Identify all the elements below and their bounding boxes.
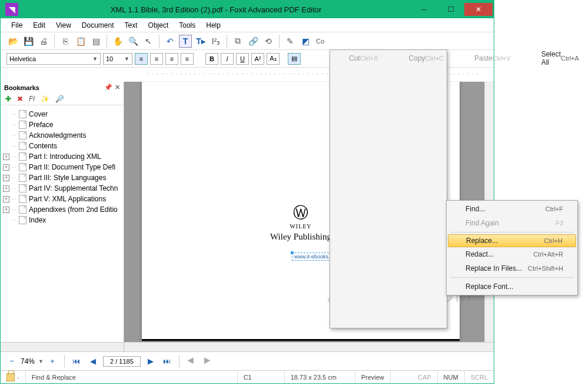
- bookmarks-hscroll[interactable]: [1, 342, 124, 351]
- rotate-icon[interactable]: ⟲: [262, 35, 275, 48]
- close-button[interactable]: ✕: [464, 3, 493, 16]
- superscript-button[interactable]: A²: [251, 53, 264, 65]
- pin-icon[interactable]: 📌: [104, 84, 112, 91]
- align-justify-button[interactable]: ≡: [181, 53, 194, 65]
- sub-replace-font[interactable]: Replace Font...: [448, 280, 576, 294]
- save-icon[interactable]: 💾: [22, 35, 35, 48]
- bookmark-label: Part II: Document Type Defi: [29, 163, 115, 171]
- paste-icon[interactable]: 📋: [74, 35, 87, 48]
- expand-icon[interactable]: +: [3, 185, 9, 192]
- text-settings-icon[interactable]: I²₃: [209, 35, 222, 48]
- bookmark-item[interactable]: +⋯Part II: Document Type Defi: [3, 162, 121, 172]
- wand-icon[interactable]: ✨: [41, 95, 49, 103]
- delete-bookmark-icon[interactable]: ✖: [17, 95, 23, 103]
- menu-document[interactable]: Document: [77, 19, 119, 31]
- bookmark-item[interactable]: +⋯Part V: XML Applications: [3, 194, 121, 204]
- chevron-down-icon[interactable]: ▼: [38, 358, 44, 364]
- subscript-button[interactable]: A₂: [267, 53, 280, 65]
- page-icon: [19, 142, 26, 150]
- sub-find-again[interactable]: Find AgainF3: [448, 216, 576, 230]
- linked-text-icon[interactable]: T▸: [194, 35, 207, 48]
- minimize-button[interactable]: ─: [410, 3, 437, 16]
- expand-icon[interactable]: +: [3, 175, 9, 181]
- page-input[interactable]: [103, 356, 141, 367]
- align-right-button[interactable]: ≡: [165, 53, 178, 65]
- menu-object[interactable]: Object: [144, 19, 174, 31]
- underline-button[interactable]: U: [236, 53, 249, 65]
- hand-tool-icon[interactable]: ✋: [111, 35, 124, 48]
- prev-page-button[interactable]: ◀: [87, 356, 99, 367]
- horizontal-scrollbar[interactable]: [124, 342, 494, 351]
- sub-replace[interactable]: Replace...Ctrl+H: [448, 234, 576, 247]
- menu-edit[interactable]: Edit: [28, 19, 50, 31]
- eyedropper-icon[interactable]: ✎: [284, 35, 297, 48]
- expand-icon[interactable]: +: [3, 154, 9, 160]
- bookmark-label: Contents: [29, 142, 57, 150]
- bookmark-item[interactable]: ⋯Acknowledgments: [3, 130, 121, 141]
- rename-icon[interactable]: Ff: [29, 95, 35, 103]
- font-combo[interactable]: Helvetica▼: [6, 53, 101, 65]
- expand-icon[interactable]: +: [3, 207, 9, 213]
- bold-button[interactable]: B: [205, 53, 218, 65]
- link-icon[interactable]: 🔗: [247, 35, 260, 48]
- zoom-in-button[interactable]: +: [46, 356, 59, 367]
- bookmark-item[interactable]: +⋯Appendixes (from 2nd Editio: [3, 204, 121, 215]
- menu-help[interactable]: Help: [201, 19, 225, 31]
- print-icon[interactable]: 🖨: [37, 35, 50, 48]
- color-swatch-icon[interactable]: ◩: [299, 35, 312, 48]
- forward-button[interactable]: ⯈: [201, 356, 214, 367]
- menu-view[interactable]: View: [51, 19, 76, 31]
- page-icon: [19, 216, 26, 224]
- crop-icon[interactable]: ⧉: [231, 35, 244, 48]
- zoom-tool-icon[interactable]: 🔍: [127, 35, 139, 48]
- sub-replace-in-files[interactable]: Replace In Files...Ctrl+Shift+H: [448, 261, 576, 275]
- close-panel-icon[interactable]: ✕: [115, 84, 120, 91]
- bookmark-item[interactable]: ⋯Index: [3, 215, 121, 225]
- select-tool-icon[interactable]: ↖: [142, 35, 155, 48]
- bookmark-item[interactable]: +⋯Part I: Introducing XML: [3, 151, 121, 162]
- bookmark-label: Preface: [29, 121, 53, 129]
- align-left-button[interactable]: ≡: [135, 53, 148, 65]
- ctx-paste[interactable]: PasteCtrl+V: [457, 51, 524, 65]
- ctx-select-all[interactable]: Select AllCtrl+A: [524, 51, 582, 65]
- expand-icon[interactable]: +: [3, 196, 9, 202]
- back-button[interactable]: ⯇: [185, 356, 198, 367]
- ctx-copy[interactable]: CopyCtrl+C: [391, 51, 457, 65]
- font-size: 10: [106, 55, 113, 62]
- undo-icon[interactable]: ↶: [164, 35, 177, 48]
- fontsize-combo[interactable]: 10▼: [103, 53, 132, 65]
- last-page-button[interactable]: ⏭: [161, 356, 174, 367]
- bookmark-item[interactable]: +⋯Part IV: Supplemental Techn: [3, 183, 121, 194]
- chevron-down-icon: ▼: [92, 56, 98, 62]
- text-tool-icon[interactable]: T: [179, 35, 192, 48]
- first-page-button[interactable]: ⏮: [70, 356, 83, 367]
- add-bookmark-icon[interactable]: ✚: [5, 95, 11, 103]
- menu-text[interactable]: Text: [120, 19, 142, 31]
- maximize-button[interactable]: ☐: [437, 3, 464, 16]
- expand-icon[interactable]: +: [3, 164, 9, 171]
- sub-redact[interactable]: Redact...Ctrl+Alt+R: [448, 247, 576, 261]
- context-menu: CutCtrl+X CopyCtrl+C PasteCtrl+V Select …: [330, 49, 447, 328]
- align-center-button[interactable]: ≡: [150, 53, 163, 65]
- bookmark-item[interactable]: ⋯Preface: [3, 119, 121, 130]
- next-page-button[interactable]: ▶: [144, 356, 157, 367]
- sub-find[interactable]: Find...Ctrl+F: [448, 202, 576, 216]
- copy-icon[interactable]: ⎘: [59, 35, 72, 48]
- bookmark-item[interactable]: ⋯Contents: [3, 141, 121, 151]
- bookmarks-title: Bookmarks: [4, 84, 39, 91]
- copy-text-button[interactable]: Co: [314, 35, 326, 48]
- bookmark-item[interactable]: +⋯Part III: Style Languages: [3, 172, 121, 183]
- menu-file[interactable]: File: [6, 19, 27, 31]
- find-bookmark-icon[interactable]: 🔎: [55, 95, 64, 103]
- wiley-logo-icon: Ⓦ: [270, 202, 331, 223]
- zoom-out-button[interactable]: −: [5, 356, 18, 367]
- expand-icon: [3, 132, 9, 139]
- ctx-cut[interactable]: CutCtrl+X: [331, 51, 391, 65]
- open-icon[interactable]: 📂: [6, 35, 19, 48]
- menu-tools[interactable]: Tools: [174, 19, 200, 31]
- italic-button[interactable]: I: [221, 53, 234, 65]
- page-icon: [19, 184, 26, 192]
- page-icon[interactable]: ▤: [89, 35, 102, 48]
- highlight-button[interactable]: ▤: [288, 53, 301, 65]
- bookmark-item[interactable]: ⋯Cover: [3, 109, 121, 119]
